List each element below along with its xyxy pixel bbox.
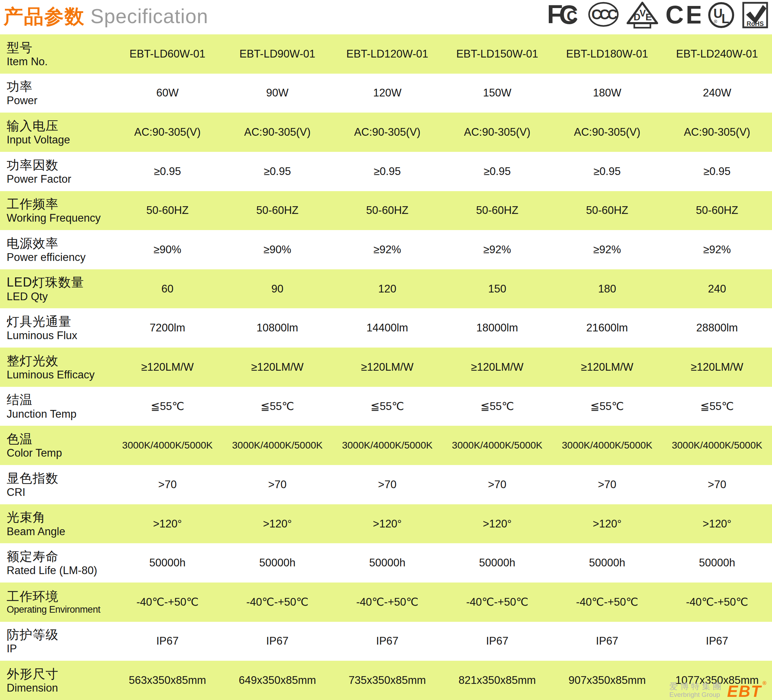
row-label-zh: 工作环境 xyxy=(7,589,113,604)
row-label-zh: 外形尺寸 xyxy=(7,666,113,681)
spec-value: 3000K/4000K/5000K xyxy=(113,440,222,451)
spec-value: ≥92% xyxy=(552,243,662,256)
spec-value: AC:90-305(V) xyxy=(552,126,662,139)
row-label: 灯具光通量Luminous Flux xyxy=(0,314,113,342)
spec-value: ≥0.95 xyxy=(113,165,222,178)
spec-value: >120° xyxy=(552,518,662,530)
spec-value: 50-60HZ xyxy=(442,204,552,217)
spec-value: EBT-LD240W-01 xyxy=(662,48,772,60)
ebt-logo-text: EBT xyxy=(727,682,762,700)
page-title-en: Specification xyxy=(90,5,208,27)
spec-value: 60 xyxy=(113,283,222,295)
spec-value: IP67 xyxy=(662,635,772,648)
spec-value: 3000K/4000K/5000K xyxy=(662,440,772,451)
table-row: 防护等级IPIP67IP67IP67IP67IP67IP67 xyxy=(0,622,772,661)
row-label-zh: 灯具光通量 xyxy=(7,314,113,329)
spec-value: -40℃-+50℃ xyxy=(222,595,332,608)
spec-value: >70 xyxy=(222,479,332,491)
ul-icon: U L ® xyxy=(708,2,735,29)
spec-value: AC:90-305(V) xyxy=(442,126,552,139)
spec-value: ≥90% xyxy=(113,243,222,256)
row-label: 结温Junction Temp xyxy=(0,392,113,420)
brand-watermark: 爱博特集團 Everbright Group EBT® xyxy=(669,681,766,698)
spec-value: 120W xyxy=(332,87,442,99)
spec-value: EBT-LD180W-01 xyxy=(552,48,662,60)
spec-value: 7200lm xyxy=(113,321,222,334)
table-row: 输入电压Input VoltageAC:90-305(V)AC:90-305(V… xyxy=(0,113,772,152)
spec-value: >70 xyxy=(113,479,222,491)
spec-value: EBT-LD60W-01 xyxy=(113,48,222,60)
spec-value: 90W xyxy=(222,87,332,99)
row-label-en: Working Frequency xyxy=(7,211,113,225)
spec-value: >70 xyxy=(662,479,772,491)
spec-value: IP67 xyxy=(222,635,332,648)
spec-value: 18000lm xyxy=(442,321,552,334)
row-label: 型号Item No. xyxy=(0,40,113,68)
brand-name-en: Everbright Group xyxy=(669,691,720,698)
row-label-en: Power efficiency xyxy=(7,251,113,264)
spec-value: EBT-LD150W-01 xyxy=(442,48,552,60)
spec-value: ≥90% xyxy=(222,243,332,256)
row-label: 电源效率Power efficiency xyxy=(0,236,113,264)
spec-value: 14400lm xyxy=(332,321,442,334)
spec-value: 3000K/4000K/5000K xyxy=(552,440,662,451)
row-label: 整灯光效Luminous Efficacy xyxy=(0,353,113,381)
spec-table: 型号Item No.EBT-LD60W-01EBT-LD90W-01EBT-LD… xyxy=(0,34,772,700)
spec-value: ≥0.95 xyxy=(442,165,552,178)
spec-value: >70 xyxy=(332,479,442,491)
spec-value: -40℃-+50℃ xyxy=(113,595,222,608)
row-label-en: Item No. xyxy=(7,55,113,68)
ce-letters: CE xyxy=(666,2,700,27)
spec-value: 50-60HZ xyxy=(552,204,662,217)
row-label-en: IP xyxy=(7,642,113,655)
row-label-zh: 工作频率 xyxy=(7,197,113,211)
row-label-zh: 整灯光效 xyxy=(7,353,113,368)
spec-value: ≦55℃ xyxy=(442,400,552,413)
spec-value: >70 xyxy=(552,479,662,491)
spec-value: AC:90-305(V) xyxy=(662,126,772,139)
certification-badges: F C C CCC D V E CE U L ® xyxy=(547,2,769,29)
row-label: 输入电压Input Voltage xyxy=(0,118,113,146)
page-title: 产品参数Specification xyxy=(3,0,208,38)
rohs-icon: RoHS xyxy=(742,2,769,29)
spec-value: >120° xyxy=(222,518,332,530)
spec-value: 180 xyxy=(552,283,662,295)
table-row: 功率因数Power Factor≥0.95≥0.95≥0.95≥0.95≥0.9… xyxy=(0,152,772,191)
spec-value: 50000h xyxy=(113,557,222,569)
spec-value: ≦55℃ xyxy=(113,400,222,413)
table-row: 光束角Beam Angle>120°>120°>120°>120°>120°>1… xyxy=(0,504,772,544)
rohs-label: RoHS xyxy=(747,20,764,27)
row-label: 色温Color Temp xyxy=(0,431,113,459)
spec-value: -40℃-+50℃ xyxy=(332,595,442,608)
spec-value: ≥120LM/W xyxy=(332,361,442,374)
table-row: 灯具光通量Luminous Flux7200lm10800lm14400lm18… xyxy=(0,308,772,348)
spec-value: 50000h xyxy=(332,557,442,569)
row-label-zh: 色温 xyxy=(7,431,113,446)
page-header: 产品参数Specification F C C CCC D V E CE U xyxy=(0,0,772,34)
spec-value: ≥0.95 xyxy=(662,165,772,178)
spec-value: ≦55℃ xyxy=(552,400,662,413)
spec-value: 90 xyxy=(222,283,332,295)
spec-value: IP67 xyxy=(442,635,552,648)
row-label-zh: 功率 xyxy=(7,79,113,94)
row-label: 工作环境Operating Environment xyxy=(0,589,113,615)
spec-value: 120 xyxy=(332,283,442,295)
spec-value: EBT-LD90W-01 xyxy=(222,48,332,60)
spec-value: ≥92% xyxy=(442,243,552,256)
row-label-en: Beam Angle xyxy=(7,525,113,538)
ce-icon: CE xyxy=(666,2,700,27)
spec-value: ≥120LM/W xyxy=(662,361,772,374)
row-label: 防护等级IP xyxy=(0,627,113,655)
spec-value: ≥120LM/W xyxy=(222,361,332,374)
ccc-letters: CCC xyxy=(592,7,617,22)
spec-value: >120° xyxy=(662,518,772,530)
row-label-en: Input Voltage xyxy=(7,133,113,146)
row-label-zh: LED灯珠数量 xyxy=(7,275,113,290)
spec-value: AC:90-305(V) xyxy=(113,126,222,139)
spec-value: IP67 xyxy=(113,635,222,648)
row-label-en: Junction Temp xyxy=(7,408,113,420)
spec-value: 150W xyxy=(442,87,552,99)
row-label: 额定寿命Rated Life (LM-80) xyxy=(0,549,113,577)
spec-value: 60W xyxy=(113,87,222,99)
fcc-icon: F C C xyxy=(547,2,581,27)
